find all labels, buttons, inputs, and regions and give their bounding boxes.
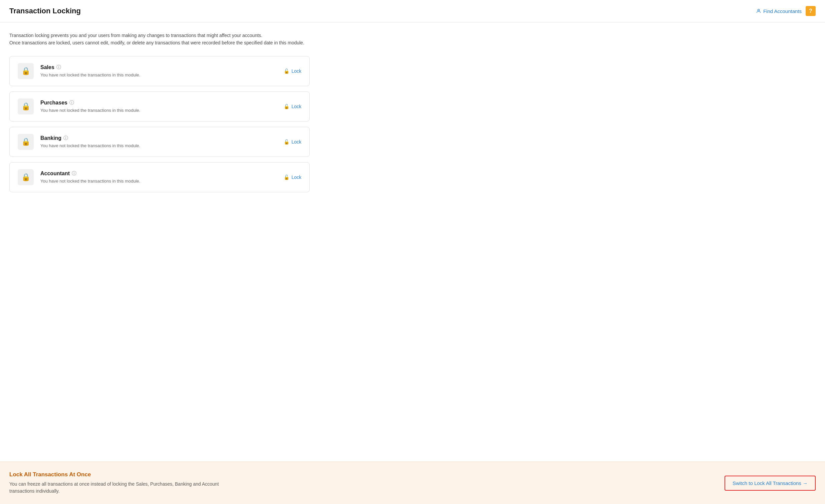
page-wrapper: Transaction Locking Find Accountants ? T… <box>0 0 825 504</box>
accountant-lock-icon: 🔒 <box>21 173 30 182</box>
accountant-info-icon[interactable]: ⓘ <box>72 170 76 176</box>
accountant-icon-wrapper: 🔒 <box>18 169 34 185</box>
purchases-info-icon[interactable]: ⓘ <box>69 100 74 106</box>
sales-info-icon[interactable]: ⓘ <box>56 64 61 70</box>
sales-name: Sales <box>41 64 54 70</box>
sales-name-row: Sales ⓘ <box>41 64 277 70</box>
purchases-icon-wrapper: 🔒 <box>18 98 34 115</box>
banking-icon-wrapper: 🔒 <box>18 134 34 150</box>
banking-lock-icon: 🔒 <box>21 138 30 146</box>
purchases-name: Purchases <box>41 100 67 106</box>
sales-info: Sales ⓘ You have not locked the transact… <box>41 64 277 78</box>
module-card-accountant: 🔒 Accountant ⓘ You have not locked the t… <box>9 162 310 192</box>
module-card-purchases: 🔒 Purchases ⓘ You have not locked the tr… <box>9 91 310 122</box>
accountant-status: You have not locked the transactions in … <box>41 178 140 184</box>
header: Transaction Locking Find Accountants ? <box>0 0 825 22</box>
banking-name-row: Banking ⓘ <box>41 135 277 141</box>
banking-name: Banking <box>41 135 61 141</box>
description: Transaction locking prevents you and you… <box>9 32 310 47</box>
main-content: Transaction locking prevents you and you… <box>0 22 825 461</box>
switch-to-lock-all-button[interactable]: Switch to Lock All Transactions → <box>725 476 816 491</box>
sales-status: You have not locked the transactions in … <box>41 72 140 77</box>
purchases-lock-button[interactable]: 🔓 Lock <box>284 104 301 109</box>
banking-info: Banking ⓘ You have not locked the transa… <box>41 135 277 149</box>
modules-list: 🔒 Sales ⓘ You have not locked the transa… <box>9 56 310 192</box>
banking-info-icon[interactable]: ⓘ <box>63 135 68 141</box>
module-card-banking: 🔒 Banking ⓘ You have not locked the tran… <box>9 127 310 157</box>
svg-point-0 <box>758 9 759 11</box>
accountant-name: Accountant <box>41 170 70 176</box>
page-title: Transaction Locking <box>9 7 81 15</box>
accountant-name-row: Accountant ⓘ <box>41 170 277 176</box>
banner-text-block: Lock All Transactions At Once You can fr… <box>9 471 243 495</box>
sales-lock-button[interactable]: 🔓 Lock <box>284 68 301 74</box>
help-button[interactable]: ? <box>806 6 816 16</box>
banking-status: You have not locked the transactions in … <box>41 143 140 148</box>
purchases-status: You have not locked the transactions in … <box>41 108 140 113</box>
accountant-lock-button[interactable]: 🔓 Lock <box>284 174 301 180</box>
banking-lock-action-icon: 🔓 <box>284 139 289 145</box>
banner-description: You can freeze all transactions at once … <box>9 481 243 495</box>
purchases-info: Purchases ⓘ You have not locked the tran… <box>41 100 277 113</box>
purchases-lock-action-icon: 🔓 <box>284 104 289 109</box>
person-icon <box>756 8 761 14</box>
module-card-sales: 🔒 Sales ⓘ You have not locked the transa… <box>9 56 310 86</box>
accountant-lock-action-icon: 🔓 <box>284 174 289 180</box>
header-right: Find Accountants ? <box>756 6 816 16</box>
sales-icon-wrapper: 🔒 <box>18 63 34 79</box>
purchases-name-row: Purchases ⓘ <box>41 100 277 106</box>
sales-lock-action-icon: 🔓 <box>284 68 289 74</box>
bottom-banner: Lock All Transactions At Once You can fr… <box>0 461 825 504</box>
banner-title: Lock All Transactions At Once <box>9 471 243 478</box>
accountant-info: Accountant ⓘ You have not locked the tra… <box>41 170 277 184</box>
sales-lock-icon: 🔒 <box>21 67 30 75</box>
banking-lock-button[interactable]: 🔓 Lock <box>284 139 301 145</box>
find-accountants-link[interactable]: Find Accountants <box>756 8 802 14</box>
purchases-lock-icon: 🔒 <box>21 102 30 111</box>
